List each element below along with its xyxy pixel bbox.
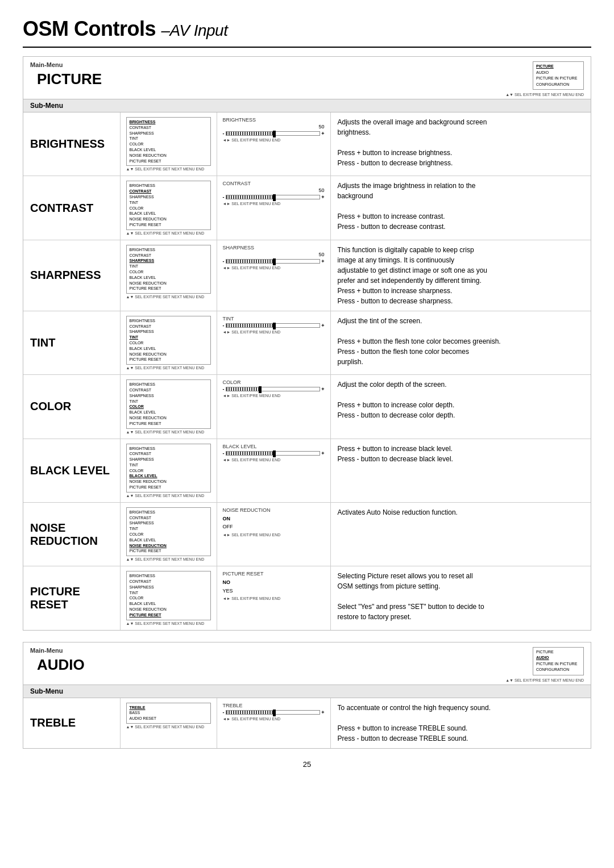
slider-plus: +: [321, 323, 324, 328]
desc-line: purplish.: [338, 357, 584, 367]
slider-minus: -: [223, 258, 225, 264]
picture-menu-item-picture: PICTURE: [536, 64, 580, 70]
mini-menu-item: PICTURE RESET: [130, 286, 208, 291]
slider-track[interactable]: [226, 451, 321, 456]
mini-menu-item: TREBLE: [130, 705, 208, 711]
table-row: COLORBRIGHTNESSCONTRASTSHARPNESSTINTCOLO…: [23, 375, 591, 439]
slider-plus: +: [321, 450, 324, 456]
slider-navhint: ◄► SEL EXIT/PRE MENU END: [223, 330, 325, 334]
desc-line: prefer and set independently by differen…: [338, 276, 584, 286]
mini-menu-item: AUDIO RESET: [130, 716, 208, 721]
row-mini-menu-5: BRIGHTNESSCONTRASTSHARPNESSTINTCOLORBLAC…: [120, 439, 217, 502]
picture-menu-item-audio: AUDIO: [536, 70, 580, 76]
slider-dot: [273, 710, 276, 716]
mini-menu-item: BLACK LEVEL: [130, 473, 208, 479]
slider-minus: -: [223, 131, 225, 136]
desc-line: Press - button to decrease black level.: [338, 454, 584, 464]
slider-dot: [273, 258, 276, 265]
slider-fill: [226, 195, 273, 199]
desc-line: brightness.: [338, 127, 584, 137]
slider-navhint: ◄► SEL EXIT/PRE MENU END: [223, 394, 325, 398]
mini-menu-item: BRIGHTNESS: [130, 573, 208, 579]
desc-line: Press + button to increase TREBLE sound.: [338, 723, 584, 733]
mini-menu-item: BRIGHTNESS: [130, 382, 208, 387]
row-slider-0: TREBLE-+◄► SEL EXIT/PRE MENU END: [217, 698, 330, 748]
row-desc-2: This function is digitally capable to ke…: [330, 240, 591, 311]
slider-label: SHARPNESS: [223, 245, 325, 251]
slider-track[interactable]: [226, 323, 321, 328]
picture-main-menu-area: Main-Menu PICTURE: [30, 61, 109, 93]
row-desc-0: Adjusts the overall image and background…: [330, 112, 591, 176]
slider-value: 50: [223, 252, 325, 257]
slider-track[interactable]: [226, 131, 321, 136]
desc-line: Selecting Picture reset allows you to re…: [338, 571, 584, 581]
slider-minus: -: [223, 194, 225, 200]
slider-plus: +: [321, 131, 324, 136]
desc-line: This function is digitally capable to ke…: [338, 245, 584, 255]
page-wrapper: OSM Controls –AV Input Main-Menu PICTURE…: [0, 0, 614, 791]
row-slider-2: SHARPNESS50-+◄► SEL EXIT/PRE MENU END: [217, 240, 330, 311]
mini-menu-item: BRIGHTNESS: [130, 247, 208, 253]
slider-navhint: ◄► SEL EXIT/PRE MENU END: [223, 202, 325, 206]
slider-dot: [259, 386, 262, 393]
slider-plus: +: [321, 386, 324, 392]
row-name-0: BRIGHTNESS: [23, 112, 120, 176]
desc-line: image at any timings. It is continuously: [338, 255, 584, 265]
slider-plus: +: [321, 258, 324, 264]
mini-menu-item: PICTURE RESET: [130, 222, 208, 228]
row-name-7: PICTURE RESET: [23, 566, 120, 630]
mini-nav-hint: ▲▼ SEL EXIT/PRE SET NEXT MENU END: [126, 621, 211, 625]
slider-label: PICTURE RESET: [223, 571, 325, 577]
slider-label: CONTRAST: [223, 181, 325, 186]
slider-row: -+: [223, 258, 325, 264]
picture-section-header: Main-Menu PICTURE PICTURE AUDIO PICTURE …: [23, 57, 591, 99]
mini-menu-item: NOISE REDUCTION: [130, 352, 208, 357]
mini-nav-hint: ▲▼ SEL EXIT/PRE SET NEXT MENU END: [126, 430, 211, 434]
mini-menu-item: CONTRAST: [130, 324, 208, 329]
picture-section: Main-Menu PICTURE PICTURE AUDIO PICTURE …: [23, 56, 591, 631]
mini-nav-hint: ▲▼ SEL EXIT/PRE SET NEXT MENU END: [126, 167, 211, 171]
desc-line: Press - button the flesh tone color beco…: [338, 347, 584, 357]
table-row: BLACK LEVELBRIGHTNESSCONTRASTSHARPNESSTI…: [23, 439, 591, 502]
page-title: OSM Controls –AV Input: [23, 17, 591, 41]
mini-menu-item: NOISE REDUCTION: [130, 281, 208, 286]
slider-track[interactable]: [226, 259, 321, 264]
slider-label: TREBLE: [223, 703, 325, 708]
mini-menu-item: NOISE REDUCTION: [130, 415, 208, 421]
mini-menu-item: CONTRAST: [130, 125, 208, 131]
slider-dot: [273, 323, 276, 329]
table-row: TREBLETREBLEBASSAUDIO RESET▲▼ SEL EXIT/P…: [23, 698, 591, 748]
audio-main-menu-label: Main-Menu: [30, 647, 92, 654]
mini-menu-item: BLACK LEVEL: [130, 537, 208, 543]
row-desc-0: To accentuate or control the high freque…: [330, 698, 591, 748]
desc-line: Press + button to increase sharpness.: [338, 286, 584, 296]
desc-line: Adjust the tint of the screen.: [338, 316, 584, 326]
mini-menu-item: SHARPNESS: [130, 194, 208, 200]
audio-section-header: Main-Menu AUDIO PICTURE AUDIO PICTURE IN…: [23, 642, 591, 685]
row-slider-3: TINT-+◄► SEL EXIT/PRE MENU END: [217, 311, 330, 374]
mini-menu-item: CONTRAST: [130, 579, 208, 585]
audio-sub-menu-bar: Sub-Menu: [23, 685, 591, 698]
audio-nav-hint-top: ▲▼ SEL EXIT/PRE SET NEXT MENU END: [505, 678, 584, 682]
row-slider-4: COLOR-+◄► SEL EXIT/PRE MENU END: [217, 375, 330, 439]
desc-line: restore to factory preset.: [338, 612, 584, 622]
mini-menu-item: COLOR: [130, 340, 208, 346]
row-mini-menu-0: TREBLEBASSAUDIO RESET▲▼ SEL EXIT/PRE SET…: [120, 698, 217, 748]
mini-menu-item: COLOR: [130, 595, 208, 601]
table-row: BRIGHTNESSBRIGHTNESSCONTRASTSHARPNESSTIN…: [23, 112, 591, 176]
slider-track[interactable]: [226, 195, 321, 199]
row-mini-menu-6: BRIGHTNESSCONTRASTSHARPNESSTINTCOLORBLAC…: [120, 502, 217, 566]
audio-menu-item-audio: AUDIO: [536, 655, 580, 661]
slider-track[interactable]: [226, 387, 321, 391]
table-row: SHARPNESSBRIGHTNESSCONTRASTSHARPNESSTINT…: [23, 240, 591, 311]
slider-track[interactable]: [226, 710, 321, 715]
picture-menu-item-config: CONFIGURATION: [536, 82, 580, 88]
row-mini-menu-7: BRIGHTNESSCONTRASTSHARPNESSTINTCOLORBLAC…: [120, 566, 217, 630]
mini-menu-item: SHARPNESS: [130, 258, 208, 264]
desc-line: Press + button to increase color depth.: [338, 400, 584, 410]
mini-menu-item: TINT: [130, 462, 208, 468]
mini-menu-item: CONTRAST: [130, 387, 208, 393]
slider-fill: [226, 132, 273, 135]
mini-menu-item: COLOR: [130, 269, 208, 275]
desc-line: Adjusts the image brightness in relation…: [338, 181, 584, 191]
